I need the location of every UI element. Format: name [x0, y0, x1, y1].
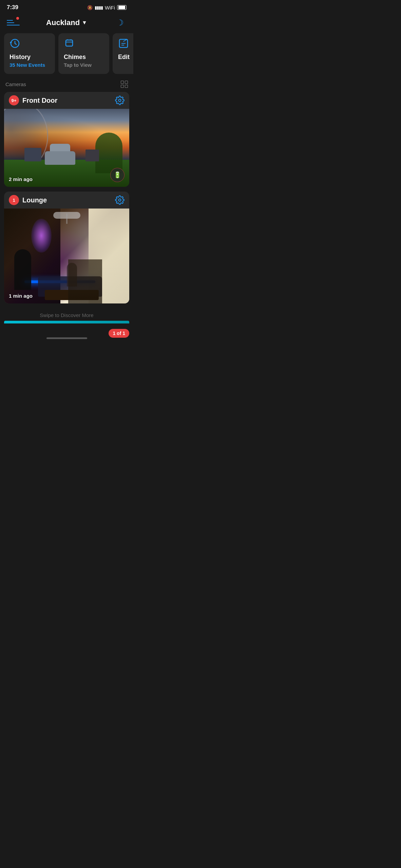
- pagination-badge: 1 of 1: [109, 329, 129, 338]
- menu-line-3: [7, 25, 20, 25]
- front-door-settings-icon[interactable]: [115, 96, 125, 105]
- chimes-title: Chimes: [64, 54, 104, 61]
- lounge-camera-header: 1 Lounge: [4, 192, 129, 209]
- edit-title: Edit: [118, 54, 133, 61]
- teal-strip: [4, 321, 129, 323]
- chimes-icon: [64, 38, 104, 50]
- front-door-badge: 9+: [9, 95, 19, 105]
- front-door-camera-header: 9+ Front Door: [4, 92, 129, 109]
- grid-view-button[interactable]: [121, 81, 128, 88]
- svg-point-8: [119, 99, 121, 102]
- front-door-timestamp: 2 min ago: [9, 176, 33, 182]
- bottom-bar: 1 of 1: [0, 325, 133, 342]
- mute-icon: 🔕: [87, 5, 93, 10]
- chimes-card[interactable]: Chimes Tap to View: [58, 33, 109, 74]
- moon-icon: ☽: [116, 18, 124, 27]
- history-card[interactable]: History 35 New Events: [4, 33, 55, 74]
- night-mode-button[interactable]: ☽: [114, 16, 127, 29]
- svg-rect-1: [66, 40, 73, 46]
- signal-icon: ▮▮▮▮: [95, 5, 103, 10]
- cameras-label: Cameras: [5, 81, 26, 87]
- status-time: 7:39: [7, 4, 18, 11]
- lounge-camera-card[interactable]: 1 Lounge: [4, 192, 129, 303]
- menu-line-2: [7, 22, 14, 23]
- home-indicator: [46, 337, 87, 339]
- menu-line-1: [7, 20, 13, 21]
- battery-icon: [117, 5, 127, 10]
- swipe-hint: Swipe to Discover More: [0, 308, 133, 321]
- chevron-down-icon: ▼: [82, 20, 87, 26]
- lounge-camera-name: Lounge: [22, 196, 47, 204]
- lounge-thumbnail[interactable]: 1 min ago: [4, 209, 129, 303]
- status-bar: 7:39 🔕 ▮▮▮▮ WiFi: [0, 0, 133, 14]
- history-subtitle: 35 New Events: [9, 62, 50, 68]
- battery-warning-icon: 🔋: [110, 168, 125, 182]
- svg-point-9: [119, 199, 121, 201]
- edit-card[interactable]: Edit: [113, 33, 133, 74]
- status-icons: 🔕 ▮▮▮▮ WiFi: [87, 5, 127, 11]
- lounge-timestamp: 1 min ago: [9, 293, 33, 299]
- lounge-settings-icon[interactable]: [115, 195, 125, 205]
- chimes-subtitle: Tap to View: [64, 62, 104, 68]
- app-header: Auckland ▼ ☽: [0, 14, 133, 33]
- front-door-camera-card[interactable]: 9+ Front Door 2 min ago 🔋: [4, 92, 129, 187]
- lounge-badge: 1: [9, 195, 19, 205]
- front-door-thumbnail[interactable]: 2 min ago 🔋: [4, 109, 129, 187]
- wifi-icon: WiFi: [105, 5, 115, 11]
- notification-dot: [16, 17, 19, 20]
- edit-icon: [118, 38, 133, 50]
- history-icon: [9, 38, 50, 50]
- quick-actions-row: History 35 New Events Chimes Tap to View: [0, 33, 133, 74]
- location-name: Auckland: [46, 18, 80, 27]
- menu-button[interactable]: [7, 16, 20, 29]
- location-selector[interactable]: Auckland ▼: [46, 18, 87, 27]
- history-title: History: [9, 54, 50, 61]
- cameras-section-header: Cameras: [0, 79, 133, 92]
- front-door-camera-name: Front Door: [22, 97, 57, 104]
